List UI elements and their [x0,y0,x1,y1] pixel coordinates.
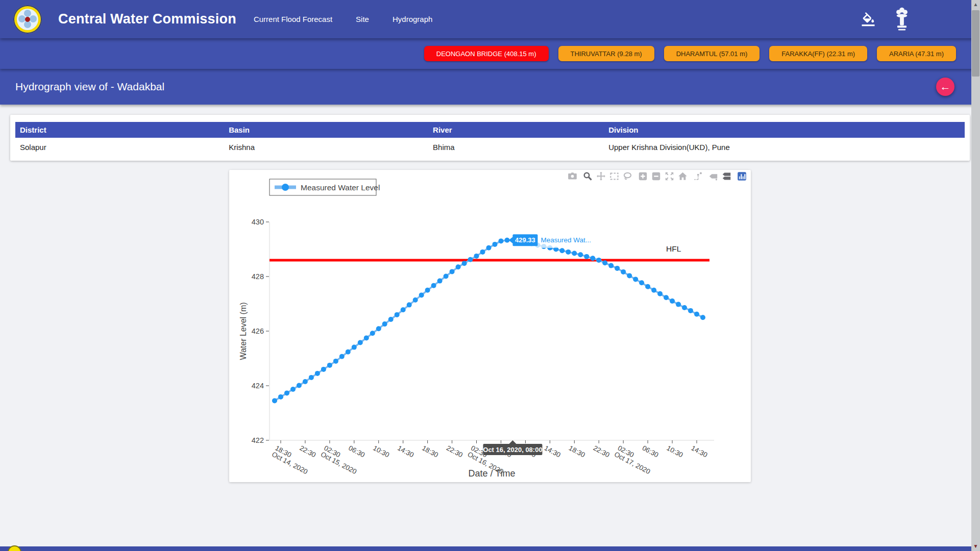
table-cell: Bhima [428,138,604,155]
station-button-1[interactable]: DEONGAON BRIDGE (408.15 m) [424,46,549,61]
data-point[interactable] [499,238,504,243]
hover-closest-icon[interactable] [708,171,718,181]
data-point[interactable] [401,307,406,312]
data-point[interactable] [352,345,357,350]
hydrograph-chart[interactable]: 43042842642442218:30Oct 14, 202022:3002:… [229,170,751,482]
nav-link-hydrograph[interactable]: Hydrograph [393,15,432,23]
hover-compare-icon[interactable] [722,171,731,181]
data-point[interactable] [407,303,412,308]
pan-icon[interactable] [596,171,606,181]
zoom-out-icon[interactable] [651,171,661,181]
data-point[interactable] [431,283,436,288]
scrollbar-up-icon[interactable]: ▲ [971,1,980,8]
data-point[interactable] [333,359,338,364]
data-point[interactable] [364,335,369,340]
data-point[interactable] [559,248,565,253]
legend-label: Measured Water Level [301,183,380,192]
chart-legend[interactable]: Measured Water Level [270,179,380,195]
scrollbar-down-icon[interactable]: ▼ [971,543,980,550]
data-point[interactable] [474,254,479,259]
data-point[interactable] [444,274,449,279]
y-tick-label: 422 [252,436,264,444]
scrollbar-thumb[interactable] [972,10,979,77]
data-point[interactable] [493,242,498,247]
data-point[interactable] [694,312,699,317]
data-point[interactable] [578,252,583,257]
lasso-select-icon[interactable] [623,171,632,181]
hydrograph-chart-card[interactable]: 43042842642442218:30Oct 14, 202022:3002:… [229,170,751,482]
data-point[interactable] [321,367,326,372]
tooltip-series-label: Measured Wat... [541,236,591,244]
data-point[interactable] [339,354,345,359]
data-point[interactable] [700,315,705,320]
data-point[interactable] [621,269,626,274]
data-point[interactable] [676,302,681,307]
data-point[interactable] [486,245,492,251]
station-button-3[interactable]: DHARAMTUL (57.01 m) [664,46,760,61]
data-point[interactable] [315,371,320,376]
box-select-icon[interactable] [609,171,619,181]
data-point[interactable] [627,273,632,278]
data-point[interactable] [425,288,430,293]
data-point[interactable] [584,254,589,259]
data-point[interactable] [297,383,302,388]
data-point[interactable] [272,398,277,403]
data-point[interactable] [651,288,656,293]
station-button-4[interactable]: FARAKKA(FF) (22.31 m) [769,46,867,61]
data-point[interactable] [376,326,381,331]
data-point[interactable] [566,249,571,255]
zoom-in-icon[interactable] [638,171,648,181]
plotly-logo-icon[interactable] [737,171,747,181]
data-point[interactable] [657,291,663,296]
data-point[interactable] [290,387,296,392]
nav-link-site[interactable]: Site [356,15,369,23]
data-point[interactable] [670,298,675,304]
data-point[interactable] [596,258,601,263]
data-point[interactable] [664,295,669,300]
data-point[interactable] [419,292,424,297]
fill-bucket-icon[interactable] [861,12,876,27]
data-point[interactable] [456,264,461,269]
zoom-icon[interactable] [583,171,593,181]
data-point[interactable] [639,280,644,285]
camera-icon[interactable] [568,171,577,181]
data-point[interactable] [602,260,607,265]
data-point[interactable] [284,390,289,395]
table-cell: Krishna [224,138,428,155]
data-point[interactable] [358,340,363,345]
data-point[interactable] [370,331,375,336]
data-point[interactable] [388,317,394,322]
data-point[interactable] [327,363,332,368]
data-point[interactable] [645,284,650,289]
data-point[interactable] [682,305,687,310]
station-button-2[interactable]: THIRUVATTAR (9.28 m) [558,46,654,61]
back-button[interactable]: ← [936,78,954,96]
data-point[interactable] [480,249,485,255]
data-point[interactable] [468,257,473,262]
data-point[interactable] [572,251,577,256]
data-point[interactable] [590,256,595,261]
data-point[interactable] [633,277,638,282]
page-scrollbar[interactable]: ▲ ▼ [971,0,980,551]
data-point[interactable] [382,321,387,327]
data-point[interactable] [450,269,455,274]
data-point[interactable] [309,375,314,380]
station-button-5[interactable]: ARARIA (47.31 m) [877,46,956,61]
data-point[interactable] [303,379,308,384]
data-point[interactable] [346,349,351,355]
nav-link-current-flood-forecast[interactable]: Current Flood Forecast [254,15,332,23]
data-point[interactable] [462,261,467,266]
table-row: SolapurKrishnaBhimaUpper Krishna Divisio… [15,138,965,155]
data-point[interactable] [413,297,418,303]
data-point[interactable] [278,394,283,399]
data-point[interactable] [615,266,620,271]
data-point[interactable] [608,263,614,268]
spikelines-icon[interactable] [693,171,703,181]
reset-axes-icon[interactable] [678,171,688,181]
data-point[interactable] [395,312,400,317]
y-axis-title: Water Level (m) [239,302,248,360]
data-point[interactable] [437,279,443,284]
data-point[interactable] [688,308,693,313]
autoscale-icon[interactable] [665,171,674,181]
x-tooltip-label: Oct 16, 2020, 08:00 [483,446,542,454]
